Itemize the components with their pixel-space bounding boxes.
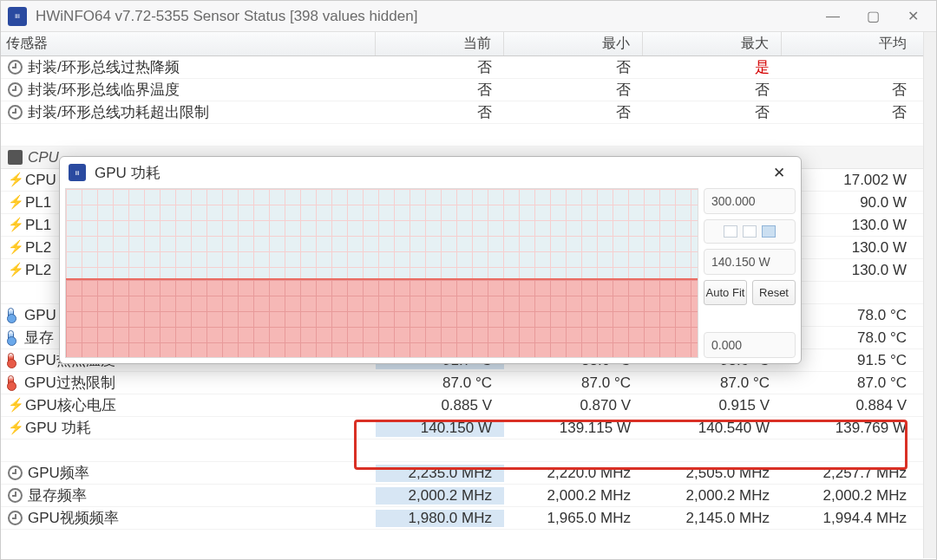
- label: PL2: [25, 239, 51, 257]
- val-min: 139.115 W: [504, 420, 643, 437]
- val-avg: 否: [782, 80, 919, 100]
- blank-row: [1, 124, 936, 147]
- row-gpu-vid[interactable]: GPU视频频率 1,980.0 MHz 1,965.0 MHz 2,145.0 …: [1, 507, 936, 530]
- val-max: 是: [643, 57, 782, 77]
- blank-row: [1, 440, 936, 462]
- swatch-1[interactable]: [724, 225, 737, 238]
- val-max: 2,505.0 MHz: [643, 465, 782, 482]
- reset-button[interactable]: Reset: [752, 280, 796, 305]
- row-mem-freq[interactable]: 显存频率 2,000.2 MHz 2,000.2 MHz 2,000.2 MHz…: [1, 485, 936, 507]
- chart-fill: [66, 278, 698, 357]
- vertical-scrollbar[interactable]: [923, 32, 936, 558]
- col-min[interactable]: 最小: [504, 32, 643, 55]
- bolt-icon: ⚡: [8, 420, 20, 435]
- row-power-exceeded[interactable]: 封装/环形总线功耗超出限制 否 否 否 否: [1, 101, 936, 124]
- label: GPU: [24, 307, 56, 324]
- val-max: 2,000.2 MHz: [643, 487, 782, 505]
- col-current[interactable]: 当前: [376, 32, 504, 55]
- val-min: 1,965.0 MHz: [504, 510, 643, 527]
- val-min: 2,220.0 MHz: [504, 465, 643, 482]
- label: 封装/环形总线过热降频: [28, 57, 180, 77]
- val-avg: 0.884 V: [782, 397, 919, 414]
- bolt-icon: ⚡: [8, 263, 20, 277]
- label: PL1: [25, 217, 51, 234]
- val-cur: 87.0 °C: [376, 374, 504, 392]
- thermometer-icon: [8, 375, 14, 390]
- col-avg[interactable]: 平均: [782, 32, 919, 55]
- val-min: 87.0 °C: [504, 374, 643, 392]
- label: GPU频率: [28, 463, 89, 483]
- bolt-icon: ⚡: [8, 398, 20, 413]
- close-button[interactable]: ✕: [893, 2, 933, 31]
- popup-close-button[interactable]: ✕: [764, 160, 794, 186]
- val-min: 否: [504, 102, 643, 122]
- label: PL2: [25, 262, 51, 279]
- row-gpu-power[interactable]: ⚡GPU 功耗 140.150 W 139.115 W 140.540 W 13…: [1, 417, 936, 440]
- popup-body: 300.000 140.150 W Auto Fit Reset 0.000: [60, 188, 801, 363]
- row-crit-temp[interactable]: 封装/环形总线临界温度 否 否 否 否: [1, 79, 936, 101]
- maximize-button[interactable]: ▢: [853, 2, 893, 31]
- clock-icon: [8, 488, 23, 503]
- window-controls: — ▢ ✕: [813, 2, 933, 31]
- main-titlebar[interactable]: iii HWiNFO64 v7.72-5355 Sensor Status [3…: [1, 1, 936, 32]
- val-avg: 87.0 °C: [782, 374, 919, 392]
- chip-icon: [8, 150, 23, 165]
- val-cur: 0.885 V: [376, 397, 504, 414]
- val-min: 否: [504, 80, 643, 100]
- label: GPU视频频率: [28, 508, 119, 528]
- clock-icon: [8, 466, 23, 480]
- val-cur: 1,980.0 MHz: [376, 510, 504, 527]
- gpu-power-chart[interactable]: [65, 188, 698, 358]
- val-max: 2,145.0 MHz: [643, 510, 782, 527]
- val-avg: 130.0 W: [782, 239, 919, 257]
- swatch-2[interactable]: [743, 225, 757, 238]
- table-header[interactable]: 传感器 当前 最小 最大 平均: [1, 32, 936, 56]
- legend-swatches[interactable]: [704, 219, 796, 244]
- val-avg: 78.0 °C: [782, 307, 919, 324]
- val-cur: 否: [376, 80, 504, 100]
- y-max-label: 300.000: [704, 188, 796, 214]
- bolt-icon: ⚡: [8, 173, 20, 187]
- val-cur: 140.150 W: [376, 420, 504, 437]
- val-cur: 2,235.0 MHz: [376, 465, 504, 482]
- val-avg: 130.0 W: [782, 262, 919, 279]
- label: 显存: [24, 328, 54, 348]
- label: 封装/环形总线临界温度: [28, 80, 180, 100]
- label: PL1: [25, 194, 51, 212]
- label: 封装/环形总线功耗超出限制: [28, 102, 209, 122]
- row-gpu-freq[interactable]: GPU频率 2,235.0 MHz 2,220.0 MHz 2,505.0 MH…: [1, 462, 936, 485]
- section-label: CPU: [28, 149, 59, 166]
- clock-icon: [8, 60, 23, 75]
- col-sensor[interactable]: 传感器: [1, 32, 376, 55]
- y-min-label: 0.000: [704, 332, 796, 358]
- window-title: HWiNFO64 v7.72-5355 Sensor Status [398 v…: [36, 8, 417, 25]
- val-avg: 否: [782, 102, 919, 122]
- popup-titlebar[interactable]: iii GPU 功耗 ✕: [60, 157, 801, 188]
- val-max: 否: [643, 102, 782, 122]
- popup-title-text: GPU 功耗: [95, 163, 161, 183]
- val-max: 140.540 W: [643, 420, 782, 437]
- y-cur-label: 140.150 W: [704, 249, 796, 275]
- label: GPU核心电压: [25, 395, 116, 415]
- app-icon: iii: [8, 7, 27, 26]
- row-gpu-throttle[interactable]: GPU过热限制 87.0 °C 87.0 °C 87.0 °C 87.0 °C: [1, 372, 936, 394]
- bolt-icon: ⚡: [8, 240, 20, 255]
- val-min: 2,000.2 MHz: [504, 487, 643, 505]
- autofit-button[interactable]: Auto Fit: [704, 280, 747, 305]
- label: GPU过热限制: [24, 373, 115, 393]
- row-gpu-core-v[interactable]: ⚡GPU核心电压 0.885 V 0.870 V 0.915 V 0.884 V: [1, 394, 936, 417]
- val-avg: 91.5 °C: [782, 352, 919, 369]
- graph-popup[interactable]: iii GPU 功耗 ✕ 300.000 140.150 W Auto Fit …: [59, 156, 802, 364]
- label: GPU 功耗: [25, 418, 91, 438]
- app-icon: iii: [69, 164, 86, 181]
- val-avg: 1,994.4 MHz: [782, 510, 919, 527]
- chart-side-panel: 300.000 140.150 W Auto Fit Reset 0.000: [704, 188, 796, 358]
- val-avg: 78.0 °C: [782, 329, 919, 347]
- swatch-3[interactable]: [762, 225, 776, 238]
- clock-icon: [8, 511, 23, 525]
- bolt-icon: ⚡: [8, 195, 20, 210]
- minimize-button[interactable]: —: [813, 2, 853, 31]
- row-therm-throttle[interactable]: 封装/环形总线过热降频 否 否 是: [1, 56, 936, 79]
- val-max: 否: [643, 80, 782, 100]
- col-max[interactable]: 最大: [643, 32, 782, 55]
